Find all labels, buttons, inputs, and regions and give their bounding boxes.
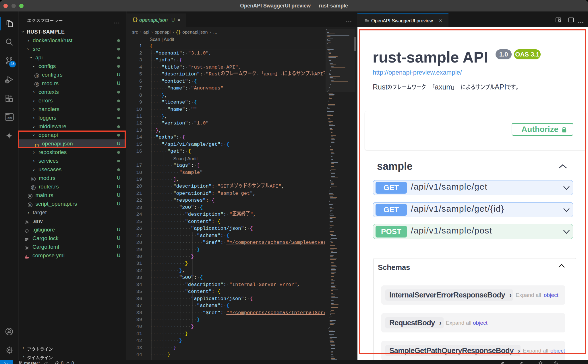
svg-text:/API: /API	[7, 116, 12, 120]
svg-text:R: R	[36, 74, 38, 77]
svg-text:R: R	[32, 186, 34, 189]
svg-text:R: R	[29, 203, 31, 207]
svg-text:R: R	[32, 178, 34, 181]
svg-text:R: R	[29, 195, 31, 198]
svg-text:R: R	[36, 83, 38, 86]
